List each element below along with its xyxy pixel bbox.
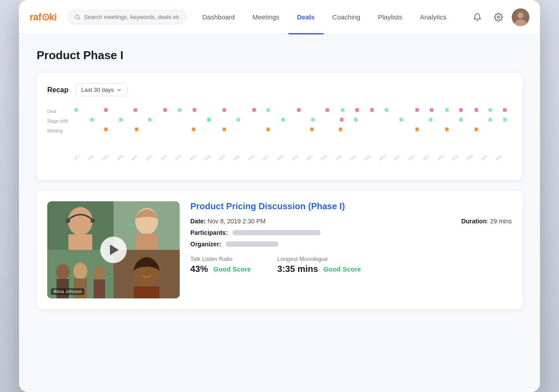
svg-rect-33 <box>148 118 151 121</box>
metrics-row: Talk Listen Ratio 43% Good Score Longest… <box>190 256 512 274</box>
date-labels: NOV 01 NOV 02 NOV 03 NOV 04 NOV 05 NOV 0… <box>47 155 512 170</box>
svg-text:Deal: Deal <box>47 109 56 114</box>
date-range-dropdown[interactable]: Last 30 days <box>76 83 128 96</box>
svg-text:NOV 11: NOV 11 <box>218 155 230 162</box>
chart-svg: Deal Stage shift Meeting <box>47 105 512 154</box>
svg-text:NOV 06: NOV 06 <box>145 155 158 162</box>
svg-point-4 <box>517 12 524 19</box>
logo-icon: ⊙ <box>42 11 49 23</box>
meeting-title[interactable]: Product Pricing Discussion (Phase I) <box>190 201 512 211</box>
svg-text:NOV 08: NOV 08 <box>174 155 187 162</box>
svg-text:NOV 10: NOV 10 <box>204 155 216 162</box>
svg-rect-14 <box>193 108 196 112</box>
svg-rect-52 <box>415 128 419 131</box>
timeline-chart: Deal Stage shift Meeting <box>47 105 512 170</box>
svg-line-1 <box>79 18 79 19</box>
svg-text:NOV 13: NOV 13 <box>248 155 260 162</box>
svg-text:NOV 22: NOV 22 <box>379 155 391 162</box>
svg-text:NOV 04: NOV 04 <box>117 155 129 162</box>
play-icon <box>110 245 119 255</box>
svg-point-98 <box>93 265 106 280</box>
svg-rect-32 <box>119 118 123 121</box>
svg-rect-16 <box>252 108 256 112</box>
svg-text:NOV 25: NOV 25 <box>423 155 435 162</box>
svg-rect-27 <box>459 108 463 112</box>
search-icon <box>75 14 80 20</box>
svg-text:Stage shift: Stage shift <box>47 119 68 124</box>
svg-text:NOV 17: NOV 17 <box>306 155 317 162</box>
participants-placeholder <box>232 230 321 235</box>
svg-rect-39 <box>354 118 358 121</box>
recap-card: Recap Last 30 days Deal Stage shift Meet… <box>37 73 522 180</box>
talk-listen-metric: Talk Listen Ratio 43% Good Score <box>190 256 251 274</box>
svg-text:NOV 09: NOV 09 <box>189 155 201 162</box>
search-bar[interactable] <box>67 10 186 24</box>
svg-rect-49 <box>266 128 270 131</box>
svg-rect-42 <box>459 118 463 121</box>
svg-rect-45 <box>104 128 108 131</box>
nav-item-meetings[interactable]: Meetings <box>244 0 288 34</box>
play-button[interactable] <box>100 237 127 263</box>
svg-rect-48 <box>223 128 226 131</box>
svg-text:NOV 21: NOV 21 <box>364 155 376 162</box>
search-input[interactable] <box>84 14 179 20</box>
svg-text:NOV 16: NOV 16 <box>291 155 304 162</box>
svg-text:NOV 28: NOV 28 <box>466 155 479 162</box>
nav-item-dashboard[interactable]: Dashboard <box>193 0 243 34</box>
svg-rect-92 <box>136 234 158 250</box>
svg-rect-18 <box>297 108 301 112</box>
svg-point-86 <box>68 207 93 235</box>
svg-text:NOV 07: NOV 07 <box>160 155 172 162</box>
recap-label: Recap <box>47 86 68 94</box>
svg-text:NOV 26: NOV 26 <box>437 155 449 162</box>
date-labels-svg: NOV 01 NOV 02 NOV 03 NOV 04 NOV 05 NOV 0… <box>75 155 512 170</box>
svg-rect-41 <box>429 118 432 121</box>
logo: raf⊙ki <box>30 11 57 23</box>
svg-rect-9 <box>75 108 78 112</box>
meeting-thumbnail[interactable]: Alicia Johnson <box>47 201 180 298</box>
notification-button[interactable] <box>469 9 485 25</box>
svg-text:NOV 01: NOV 01 <box>75 155 85 162</box>
meeting-date: Date: Nov 8, 2019 2:30 PM <box>190 218 265 225</box>
svg-rect-34 <box>207 118 211 121</box>
svg-rect-28 <box>475 108 478 112</box>
organizer-row: Organizer: <box>190 241 512 248</box>
svg-rect-25 <box>430 108 433 112</box>
svg-point-89 <box>91 219 95 223</box>
svg-text:NOV 19: NOV 19 <box>335 155 347 162</box>
svg-rect-43 <box>488 118 492 121</box>
svg-text:NOV 24: NOV 24 <box>408 155 420 162</box>
settings-button[interactable] <box>491 9 506 25</box>
svg-rect-10 <box>104 108 108 112</box>
avatar[interactable] <box>512 8 529 26</box>
monologue-label: Longest Monologue <box>277 256 361 262</box>
navbar: raf⊙ki Dashboard Meetings Deals Coaching… <box>19 0 540 34</box>
svg-text:NOV 05: NOV 05 <box>131 155 143 162</box>
svg-point-88 <box>66 219 70 223</box>
svg-rect-99 <box>94 279 105 298</box>
nav-item-playlists[interactable]: Playlists <box>369 0 411 34</box>
svg-rect-23 <box>385 108 388 112</box>
svg-rect-24 <box>415 108 419 112</box>
nav-item-deals[interactable]: Deals <box>288 0 324 34</box>
participants-row: Participants: <box>190 229 512 236</box>
meeting-card: Alicia Johnson Product Pricing Discussio… <box>37 191 522 309</box>
date-label: Date: <box>190 218 206 225</box>
nav-links: Dashboard Meetings Deals Coaching Playli… <box>193 0 455 34</box>
svg-rect-50 <box>310 128 313 131</box>
nav-item-analytics[interactable]: Analytics <box>411 0 455 34</box>
date-value: Nov 8, 2019 2:30 PM <box>208 218 266 225</box>
nav-item-coaching[interactable]: Coaching <box>324 0 369 34</box>
svg-text:NOV 18: NOV 18 <box>320 155 332 162</box>
participants-label: Participants: <box>190 229 228 236</box>
svg-point-96 <box>73 263 87 279</box>
svg-text:NOV 02: NOV 02 <box>87 155 99 162</box>
svg-rect-47 <box>192 128 196 131</box>
svg-text:NOV 03: NOV 03 <box>102 155 114 162</box>
svg-rect-15 <box>223 108 226 112</box>
organizer-placeholder <box>226 241 279 247</box>
svg-point-94 <box>56 264 69 280</box>
date-range-label: Last 30 days <box>81 87 114 93</box>
thumbnail-person-label: Alicia Johnson <box>51 288 84 295</box>
svg-rect-87 <box>68 234 92 250</box>
